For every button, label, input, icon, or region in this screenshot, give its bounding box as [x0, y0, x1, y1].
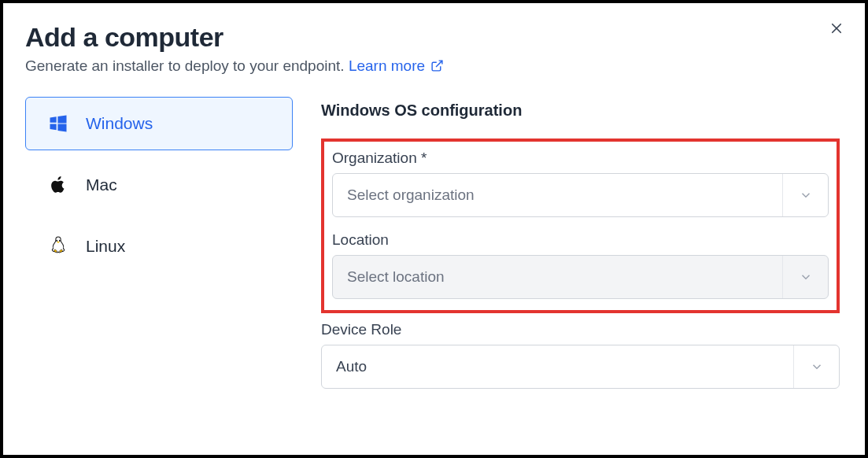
os-tab-label: Mac	[86, 175, 117, 194]
field-label-location: Location	[332, 231, 829, 249]
os-tab-label: Windows	[86, 114, 153, 133]
svg-point-4	[59, 240, 61, 242]
select-placeholder: Select organization	[347, 187, 475, 204]
page-subtitle: Generate an installer to deploy to your …	[25, 57, 843, 75]
os-tab-mac[interactable]: Mac	[25, 158, 293, 212]
config-panel: Windows OS configuration Organization * …	[321, 97, 843, 389]
highlight-box: Organization * Select organization Locat…	[321, 139, 840, 313]
field-label-device-role: Device Role	[321, 321, 840, 338]
close-button[interactable]	[826, 17, 848, 39]
organization-select[interactable]: Select organization	[332, 173, 829, 217]
select-value: Auto	[336, 358, 367, 375]
location-select: Select location	[332, 255, 829, 299]
device-role-select[interactable]: Auto	[321, 345, 840, 389]
field-location: Location Select location	[332, 231, 829, 299]
os-tab-windows[interactable]: Windows	[25, 97, 293, 150]
os-tab-label: Linux	[86, 237, 125, 256]
svg-point-3	[56, 240, 57, 242]
page-title: Add a computer	[25, 22, 843, 53]
apple-icon	[46, 173, 70, 197]
field-device-role: Device Role Auto	[321, 321, 840, 389]
external-link-icon	[430, 59, 444, 72]
subtitle-text: Generate an installer to deploy to your …	[25, 57, 349, 74]
windows-icon	[46, 112, 70, 135]
config-heading: Windows OS configuration	[321, 102, 840, 120]
os-tab-list: Windows Mac Linux	[25, 97, 293, 281]
field-organization: Organization * Select organization	[332, 150, 829, 217]
chevron-down-icon	[782, 256, 828, 298]
linux-icon	[46, 235, 70, 258]
svg-line-2	[436, 61, 442, 67]
field-label-organization: Organization *	[332, 150, 829, 167]
learn-more-link[interactable]: Learn more	[349, 57, 444, 74]
chevron-down-icon	[782, 174, 828, 216]
os-tab-linux[interactable]: Linux	[25, 220, 293, 273]
chevron-down-icon	[793, 345, 839, 388]
select-placeholder: Select location	[347, 268, 445, 286]
